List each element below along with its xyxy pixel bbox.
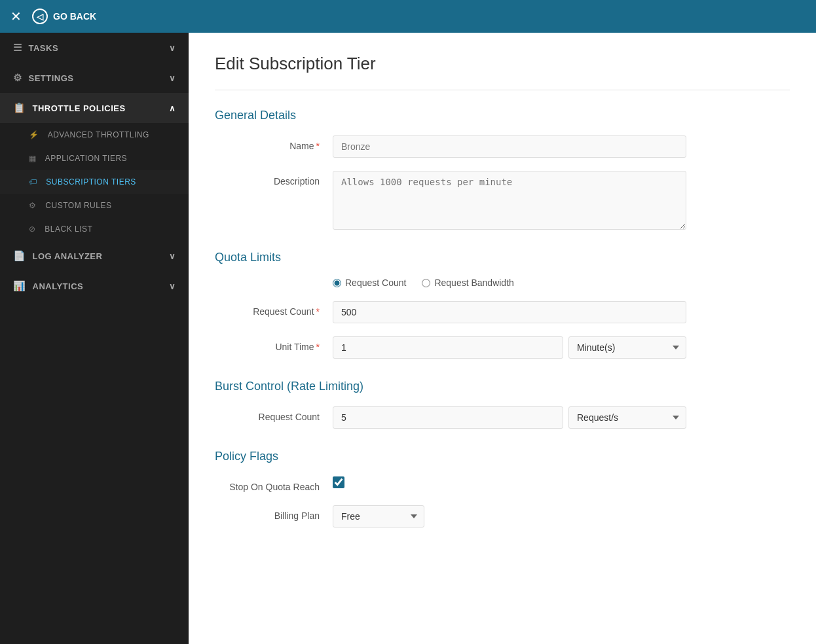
main-content: Edit Subscription Tier General Details N… xyxy=(189,33,816,644)
billing-plan-label: Billing Plan xyxy=(215,505,333,521)
burst-request-count-input[interactable] xyxy=(333,406,563,429)
unit-time-label: Unit Time* xyxy=(215,336,333,352)
rate-unit-select[interactable]: Request/s Request/m Request/h xyxy=(568,406,686,429)
quota-request-count-group: Request Count* xyxy=(215,301,790,323)
billing-plan-select-wrapper: Free Commercial xyxy=(333,505,424,528)
policy-flags-section: Policy Flags Stop On Quota Reach Billing… xyxy=(215,450,790,528)
throttle-icon: 📋 xyxy=(13,102,26,114)
custom-rules-icon: ⚙ xyxy=(29,201,37,210)
general-details-title: General Details xyxy=(215,109,790,122)
tasks-icon: ☰ xyxy=(13,42,22,54)
name-input[interactable] xyxy=(333,135,686,158)
billing-plan-group: Billing Plan Free Commercial xyxy=(215,505,790,528)
sidebar-item-advanced-throttling[interactable]: ⚡ ADVANCED THROTTLING xyxy=(0,123,189,147)
stop-on-quota-group: Stop On Quota Reach xyxy=(215,476,790,492)
quota-limits-section: Quota Limits Request Count Request Bandw… xyxy=(215,251,790,359)
burst-request-count-label: Request Count xyxy=(215,406,333,422)
go-back-button[interactable]: ◁ GO BACK xyxy=(32,9,96,24)
back-circle-icon: ◁ xyxy=(32,9,48,24)
unit-time-group: Unit Time* Minute(s) Hour(s) Day(s) Week… xyxy=(215,336,790,359)
stop-on-quota-label: Stop On Quota Reach xyxy=(215,476,333,492)
unit-time-row: Minute(s) Hour(s) Day(s) Week(s) Month(s… xyxy=(333,336,686,359)
quota-request-count-input[interactable] xyxy=(333,301,686,323)
application-tiers-icon: ▦ xyxy=(29,154,37,163)
burst-control-title: Burst Control (Rate Limiting) xyxy=(215,380,790,393)
sidebar-item-application-tiers[interactable]: ▦ APPLICATION TIERS xyxy=(0,147,189,170)
general-details-section: General Details Name* Description xyxy=(215,109,790,230)
throttle-arrow-icon: ∧ xyxy=(169,103,176,113)
billing-plan-select[interactable]: Free Commercial xyxy=(333,505,424,528)
burst-control-section: Burst Control (Rate Limiting) Request Co… xyxy=(215,380,790,429)
settings-arrow-icon: ∨ xyxy=(169,73,176,83)
settings-icon: ⚙ xyxy=(13,72,22,84)
close-button[interactable]: ✕ xyxy=(10,10,22,23)
quota-request-count-label: Request Count* xyxy=(215,301,333,317)
sidebar-item-custom-rules[interactable]: ⚙ CUSTOM RULES xyxy=(0,194,189,217)
sidebar-item-tasks[interactable]: ☰ TASKS ∨ xyxy=(0,33,189,63)
analytics-arrow-icon: ∨ xyxy=(169,281,176,291)
subscription-tiers-icon: 🏷 xyxy=(29,177,37,187)
sidebar-item-settings[interactable]: ⚙ SETTINGS ∨ xyxy=(0,63,189,93)
black-list-icon: ⊘ xyxy=(29,224,36,234)
description-field-group: Description xyxy=(215,171,790,230)
burst-request-count-row: Request/s Request/m Request/h xyxy=(333,406,686,429)
burst-request-count-group: Request Count Request/s Request/m Reques… xyxy=(215,406,790,429)
stop-on-quota-checkbox-wrapper xyxy=(333,476,344,488)
description-label: Description xyxy=(215,171,333,187)
sidebar-item-log-analyzer[interactable]: 📄 LOG ANALYZER ∨ xyxy=(0,241,189,271)
log-arrow-icon: ∨ xyxy=(169,251,176,261)
sidebar: ☰ TASKS ∨ ⚙ SETTINGS ∨ 📋 THROTTLE POLICI… xyxy=(0,33,189,644)
description-input[interactable] xyxy=(333,171,686,230)
title-divider xyxy=(215,90,790,90)
layout: ☰ TASKS ∨ ⚙ SETTINGS ∨ 📋 THROTTLE POLICI… xyxy=(0,33,816,644)
quota-limits-title: Quota Limits xyxy=(215,251,790,264)
name-label: Name* xyxy=(215,135,333,151)
sidebar-item-subscription-tiers[interactable]: 🏷 SUBSCRIPTION TIERS xyxy=(0,170,189,194)
sidebar-item-black-list[interactable]: ⊘ BLACK LIST xyxy=(0,217,189,241)
quota-radio-group: Request Count Request Bandwidth xyxy=(215,277,790,288)
radio-request-count-label[interactable]: Request Count xyxy=(333,277,406,288)
radio-request-count[interactable] xyxy=(333,279,341,287)
stop-on-quota-checkbox[interactable] xyxy=(333,476,344,488)
name-field-group: Name* xyxy=(215,135,790,158)
tasks-arrow-icon: ∨ xyxy=(169,43,176,53)
radio-request-bandwidth[interactable] xyxy=(422,279,430,287)
policy-flags-title: Policy Flags xyxy=(215,450,790,463)
topbar: ✕ ◁ GO BACK xyxy=(0,0,816,33)
advanced-throttling-icon: ⚡ xyxy=(29,130,39,139)
analytics-icon: 📊 xyxy=(13,280,26,292)
radio-request-bandwidth-label[interactable]: Request Bandwidth xyxy=(422,277,513,288)
sidebar-item-throttle-policies[interactable]: 📋 THROTTLE POLICIES ∧ xyxy=(0,93,189,123)
time-unit-select[interactable]: Minute(s) Hour(s) Day(s) Week(s) Month(s… xyxy=(568,336,686,359)
unit-time-input[interactable] xyxy=(333,336,563,359)
page-title: Edit Subscription Tier xyxy=(215,54,790,74)
sidebar-item-analytics[interactable]: 📊 ANALYTICS ∨ xyxy=(0,271,189,301)
log-icon: 📄 xyxy=(13,250,26,262)
